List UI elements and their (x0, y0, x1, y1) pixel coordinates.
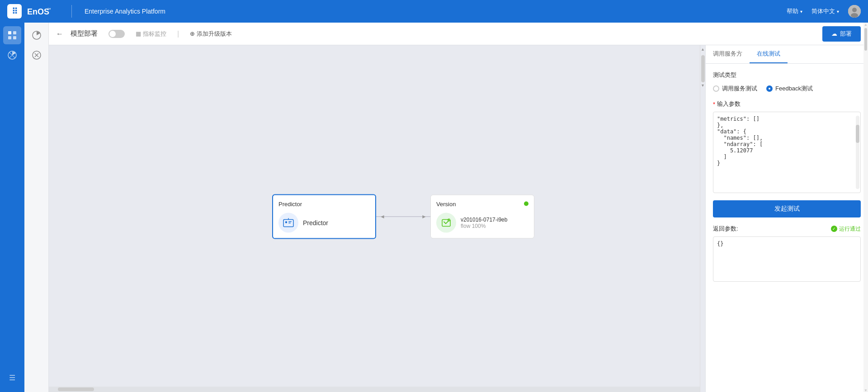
predictor-icon (278, 213, 298, 232)
sidebar-analytics-icon[interactable] (3, 46, 21, 64)
radio-feedback-circle (766, 85, 773, 92)
right-panel: 调用服务方 在线测试 ▲ ▼ 测试类型 (705, 45, 868, 392)
deploy-button[interactable]: ☁ 部署 (822, 26, 861, 42)
svg-point-17 (448, 218, 450, 221)
content-area: ← 模型部署 ▦ 指标监控 | ⊕ 添加升级版本 ☁ 部署 (49, 23, 868, 392)
return-params-row: 返回参数: ✓ 运行通过 (713, 225, 861, 233)
launch-test-label: 发起测试 (774, 205, 800, 212)
lang-label: 简体中文 (811, 7, 835, 15)
svg-rect-7 (8, 36, 11, 39)
svg-rect-6 (13, 31, 16, 34)
radio-call-service[interactable]: 调用服务测试 (713, 85, 757, 93)
flow-diagram: Predictor Pred (272, 194, 534, 239)
toggle-track[interactable] (108, 30, 125, 38)
radio-call-service-label: 调用服务测试 (722, 85, 757, 93)
right-panel-scrollbar[interactable]: ▲ ▼ (863, 45, 868, 392)
deploy-label: 部署 (840, 30, 852, 38)
pass-badge: ✓ 运行通过 (831, 225, 861, 233)
menu-icon: ☰ (9, 373, 15, 382)
required-marker: * (713, 101, 715, 108)
result-content: {} (717, 241, 723, 247)
svg-rect-14 (288, 221, 292, 222)
pass-label: 运行通过 (839, 225, 861, 233)
predictor-box[interactable]: Predictor Pred (272, 194, 376, 239)
svg-rect-5 (8, 31, 11, 34)
sidebar-home-icon[interactable] (3, 26, 21, 44)
code-content: "metrics": [] }, "data": { "names": [], … (717, 116, 857, 166)
code-editor[interactable]: "metrics": [] }, "data": { "names": [], … (713, 112, 861, 193)
cloud-upload-icon: ☁ (831, 30, 837, 37)
enos-logo: EnOS ™ (27, 6, 59, 16)
predictor-label: Predictor (303, 219, 328, 226)
version-title: Version (436, 200, 456, 207)
result-box: {} (713, 236, 861, 282)
help-menu[interactable]: 帮助 ▾ (787, 7, 802, 15)
monitor-button[interactable]: ▦ 指标监控 (132, 28, 170, 40)
code-editor-scrollbar-thumb (856, 125, 859, 143)
input-params-label: * 输入参数 (713, 100, 861, 108)
canvas-vertical-scrollbar[interactable]: ▲ ▼ (700, 45, 705, 392)
svg-rect-12 (283, 219, 293, 227)
radio-feedback-label: Feedback测试 (775, 85, 813, 93)
version-flow: flow 100% (461, 222, 507, 229)
predictor-body: Predictor (278, 213, 370, 232)
logo-icon: ⠿ (7, 4, 22, 19)
version-box[interactable]: Version (430, 194, 534, 238)
language-menu[interactable]: 简体中文 ▾ (811, 7, 839, 15)
svg-point-3 (852, 8, 857, 12)
canvas-horizontal-scrollbar[interactable] (49, 387, 700, 392)
platform-title: Enterprise Analytics Platform (85, 8, 165, 15)
logo-dots: ⠿ (12, 6, 18, 16)
page-title: 模型部署 (71, 29, 98, 38)
svg-rect-13 (285, 221, 287, 223)
return-params-label: 返回参数: (713, 225, 738, 233)
tab-online-test[interactable]: 在线测试 (750, 45, 788, 63)
monitor-label: 指标监控 (143, 30, 166, 38)
version-header: Version (436, 200, 528, 207)
svg-text:EnOS: EnOS (27, 7, 49, 16)
second-sidebar-analytics-icon[interactable] (28, 26, 46, 44)
left-sidebar: ☰ (0, 23, 24, 392)
back-button[interactable]: ← (56, 30, 63, 38)
version-id: v201016-0717-i9eb (461, 216, 507, 222)
version-icon (436, 213, 456, 232)
predictor-title: Predictor (278, 200, 370, 207)
radio-feedback[interactable]: Feedback测试 (766, 85, 813, 93)
add-icon: ⊕ (190, 30, 195, 37)
nav-divider (71, 5, 72, 18)
top-navbar: ⠿ EnOS ™ Enterprise Analytics Platform 帮… (0, 0, 868, 23)
main-layout: ☰ ← 模型部署 ▦ (0, 23, 868, 392)
sub-header: ← 模型部署 ▦ 指标监控 | ⊕ 添加升级版本 ☁ 部署 (49, 23, 868, 45)
right-panel-tabs: 调用服务方 在线测试 (706, 45, 868, 64)
right-panel-content: 测试类型 调用服务测试 Feedback测试 * (706, 64, 868, 392)
tab-call-service[interactable]: 调用服务方 (706, 45, 750, 63)
second-sidebar-settings-icon[interactable] (28, 46, 46, 64)
main-content-row: ▲ ▼ Predictor (49, 45, 868, 392)
logo-area: ⠿ EnOS ™ Enterprise Analytics Platform (7, 4, 165, 19)
toggle-thumb (109, 31, 116, 37)
canvas-area: ▲ ▼ Predictor (49, 45, 705, 392)
version-status-dot (524, 202, 528, 206)
add-version-label: 添加升级版本 (197, 30, 232, 38)
pass-icon: ✓ (831, 226, 837, 232)
version-info: v201016-0717-i9eb flow 100% (461, 216, 507, 229)
launch-test-button[interactable]: 发起测试 (713, 200, 861, 217)
lang-chevron-icon: ▾ (837, 9, 839, 14)
toggle-switch[interactable] (108, 30, 125, 38)
user-avatar[interactable] (848, 5, 861, 18)
svg-rect-15 (288, 222, 291, 223)
radio-call-service-circle (713, 85, 719, 92)
flow-arrow: ◄ ► (376, 216, 430, 217)
code-editor-scrollbar[interactable] (856, 116, 859, 189)
nav-right: 帮助 ▾ 简体中文 ▾ (787, 5, 861, 18)
svg-point-4 (851, 13, 858, 18)
add-version-button[interactable]: ⊕ 添加升级版本 (186, 28, 236, 40)
separator: | (177, 30, 179, 38)
help-label: 帮助 (787, 7, 798, 15)
version-body: v201016-0717-i9eb flow 100% (436, 213, 528, 232)
test-type-radio-group: 调用服务测试 Feedback测试 (713, 85, 861, 93)
second-sidebar (24, 23, 49, 392)
svg-text:™: ™ (47, 7, 51, 12)
monitor-icon: ▦ (136, 30, 141, 37)
sidebar-bottom-icon[interactable]: ☰ (3, 368, 21, 387)
